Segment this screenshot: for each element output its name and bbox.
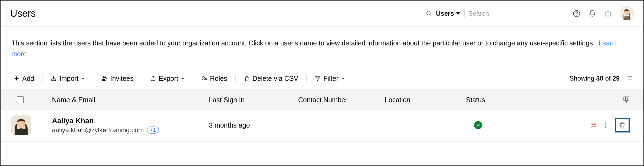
search-icon	[426, 10, 432, 17]
delete-csv-label: Delete via CSV	[252, 75, 298, 82]
showing-count: Showing 30 of 29	[570, 75, 620, 82]
bell-icon[interactable]	[588, 9, 596, 18]
dropdown-icon	[456, 12, 460, 15]
user-email: aaliya.khan@zylkertraining.com	[52, 126, 144, 134]
section-description: This section lists the users that have b…	[11, 38, 633, 59]
chat-icon[interactable]	[590, 122, 597, 129]
select-all-checkbox[interactable]	[17, 96, 24, 103]
svg-point-25	[593, 124, 594, 125]
status-active-icon	[474, 121, 482, 129]
invitees-button[interactable]: Invitees	[93, 74, 142, 82]
profile-avatar[interactable]	[620, 6, 634, 21]
search-entity-selector[interactable]: Users	[436, 10, 465, 17]
svg-point-3	[576, 15, 577, 15]
roles-label: Roles	[210, 75, 227, 82]
user-avatar	[11, 115, 31, 135]
extra-email-badge[interactable]: +1	[147, 127, 159, 134]
table-header: Name & Email Last Sign In Contact Number…	[1, 89, 643, 110]
svg-rect-19	[624, 97, 629, 101]
svg-point-28	[605, 125, 606, 126]
delete-csv-button[interactable]: Delete via CSV	[236, 74, 307, 82]
svg-point-0	[427, 11, 431, 15]
list-view-toggle-icon[interactable]	[627, 75, 633, 82]
search-input[interactable]	[468, 10, 560, 17]
chevron-down-icon	[341, 77, 345, 80]
svg-point-27	[605, 122, 606, 124]
column-settings-icon[interactable]	[623, 96, 630, 104]
chevron-down-icon	[181, 77, 185, 80]
svg-point-24	[592, 124, 593, 125]
svg-point-14	[203, 77, 204, 78]
column-name: Name & Email	[52, 96, 209, 104]
home-icon[interactable]	[604, 9, 612, 18]
help-icon[interactable]	[573, 9, 581, 18]
table-row[interactable]: Aaliya Khan aaliya.khan@zylkertraining.c…	[1, 110, 643, 142]
page-title: Users	[10, 8, 36, 19]
trash-icon	[619, 121, 626, 129]
import-label: Import	[59, 75, 78, 82]
add-button[interactable]: Add	[11, 74, 42, 82]
roles-button[interactable]: Roles	[193, 74, 236, 82]
svg-point-29	[605, 127, 606, 128]
search-entity-label: Users	[436, 10, 454, 17]
column-status: Status	[466, 96, 534, 104]
add-label: Add	[22, 75, 34, 82]
column-location: Location	[385, 96, 466, 104]
user-name[interactable]: Aaliya Khan	[52, 117, 209, 125]
invitees-label: Invitees	[110, 75, 133, 82]
filter-label: Filter	[323, 75, 339, 82]
chevron-down-icon	[81, 77, 85, 80]
column-signin: Last Sign In	[209, 96, 298, 104]
export-label: Export	[159, 75, 178, 82]
svg-point-10	[105, 77, 106, 78]
more-options-icon[interactable]	[602, 122, 609, 129]
import-button[interactable]: Import	[42, 74, 93, 82]
export-button[interactable]: Export	[142, 74, 193, 82]
search-box[interactable]: Users	[421, 6, 565, 21]
svg-point-26	[594, 124, 594, 125]
column-contact: Contact Number	[298, 96, 385, 104]
delete-button[interactable]	[615, 118, 630, 132]
filter-button[interactable]: Filter	[307, 74, 353, 82]
last-signin-value: 3 months ago	[209, 121, 298, 129]
svg-line-1	[430, 15, 431, 16]
svg-point-9	[103, 77, 105, 78]
